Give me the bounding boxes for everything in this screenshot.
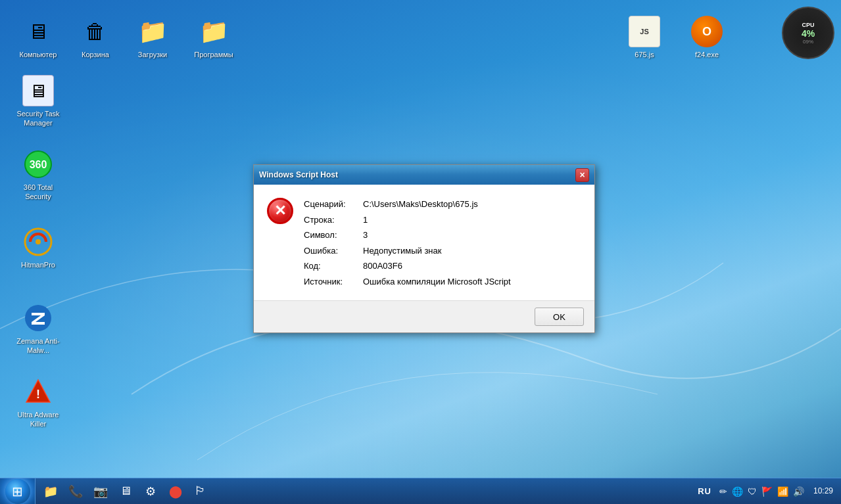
dialog-close-button[interactable]: × <box>575 168 589 182</box>
system-clock: 10:29 <box>808 486 838 497</box>
dialog-row-source: Источник: Ошибка компиляции Microsoft JS… <box>304 275 581 288</box>
taskbar-chrome-icon[interactable]: ⬤ <box>163 480 188 503</box>
desktop-icon-ultra-adware-killer[interactable]: ! Ultra Adware Killer <box>12 373 64 432</box>
desktop-icon-downloads[interactable]: 📁 Загрузки <box>126 13 179 62</box>
windows-script-host-dialog: Windows Script Host × ✕ Сценарий: C:\Use… <box>253 164 595 333</box>
symbol-value: 3 <box>363 229 368 242</box>
360-total-security-label: 360 Total Security <box>14 183 62 202</box>
taskbar: 📁 📞 📷 🖥 ⚙ ⬤ 🏳 RU ✏ 🌐 🛡 🚩 📶 🔊 10:29 <box>0 478 841 504</box>
language-indicator: RU <box>694 486 715 496</box>
ok-button[interactable]: OK <box>535 308 584 326</box>
dialog-row-code: Код: 800A03F6 <box>304 260 581 273</box>
tray-monitor-icon[interactable]: 📶 <box>776 485 790 498</box>
downloads-label: Загрузки <box>138 50 167 59</box>
scenario-value: C:\Users\Maks\Desktop\675.js <box>363 198 478 211</box>
source-value: Ошибка компиляции Microsoft JScript <box>363 275 511 288</box>
my-computer-icon: 🖥 <box>22 16 54 47</box>
taskbar-webcam-icon[interactable]: 📷 <box>88 480 113 503</box>
hitman-pro-icon <box>22 226 54 258</box>
downloads-icon: 📁 <box>137 16 168 47</box>
cpu-gauge-widget: CPU 4% 09% <box>782 7 834 59</box>
desktop-icon-360-total-security[interactable]: 360 360 Total Security <box>12 146 64 204</box>
tray-pencil-icon[interactable]: ✏ <box>718 485 729 498</box>
f24exe-label: f24.exe <box>695 50 719 59</box>
svg-point-3 <box>36 239 41 244</box>
recycle-bin-label: Корзина <box>82 50 109 59</box>
dialog-row-scenario: Сценарий: C:\Users\Maks\Desktop\675.js <box>304 198 581 211</box>
programs-label: Программы <box>194 50 233 59</box>
source-label: Источник: <box>304 275 363 288</box>
taskbar-folder-icon[interactable]: 📁 <box>38 480 63 503</box>
hitman-pro-label: HitmanPro <box>21 260 55 269</box>
desktop-icon-programs[interactable]: 📁 Программы <box>187 13 240 62</box>
line-label: Строка: <box>304 214 363 227</box>
code-value: 800A03F6 <box>363 260 402 273</box>
taskbar-right: RU ✏ 🌐 🛡 🚩 📶 🔊 10:29 <box>691 478 841 504</box>
clock-time: 10:29 <box>813 486 833 497</box>
desktop-icon-zemana[interactable]: Zemana Anti-Malw... <box>12 300 64 358</box>
error-value: Недопустимый знак <box>363 244 441 258</box>
ultra-adware-killer-label: Ultra Adware Killer <box>14 410 62 429</box>
desktop-icon-recycle-bin[interactable]: 🗑 Корзина <box>69 13 122 62</box>
tray-shield-icon[interactable]: 🛡 <box>746 485 758 498</box>
svg-text:!: ! <box>36 388 40 401</box>
start-button[interactable] <box>0 478 36 505</box>
taskbar-middle: 📁 📞 📷 🖥 ⚙ ⬤ 🏳 <box>36 478 691 504</box>
recycle-bin-icon: 🗑 <box>80 16 111 47</box>
dialog-row-symbol: Символ: 3 <box>304 229 581 242</box>
zemana-label: Zemana Anti-Malw... <box>14 336 62 355</box>
tray-speaker-icon[interactable]: 🔊 <box>792 485 805 498</box>
svg-text:360: 360 <box>30 159 47 170</box>
f24exe-icon: O <box>691 16 723 47</box>
desktop-icon-f24exe[interactable]: O f24.exe <box>681 13 733 62</box>
dialog-text-area: Сценарий: C:\Users\Maks\Desktop\675.js С… <box>304 198 581 290</box>
dialog-row-line: Строка: 1 <box>304 214 581 227</box>
ultra-adware-killer-icon: ! <box>22 376 54 407</box>
my-computer-label: Компьютер <box>20 50 57 59</box>
security-task-manager-label: Security Task Manager <box>14 109 62 128</box>
symbol-label: Символ: <box>304 229 363 242</box>
error-icon: ✕ <box>267 198 293 224</box>
desktop-icon-my-computer[interactable]: 🖥 Компьютер <box>12 13 64 62</box>
taskbar-flag-icon[interactable]: 🏳 <box>188 480 213 503</box>
desktop-icon-675js[interactable]: JS 675.js <box>618 13 671 62</box>
taskbar-monitor-icon[interactable]: 🖥 <box>113 480 138 503</box>
cpu-percentage: 4% <box>802 28 815 39</box>
desktop-icon-security-task-manager[interactable]: 🖥 Security Task Manager <box>12 72 64 131</box>
dialog-titlebar[interactable]: Windows Script Host × <box>254 165 594 185</box>
tray-icons: ✏ 🌐 🛡 🚩 📶 🔊 <box>718 485 805 498</box>
taskbar-phone-icon[interactable]: 📞 <box>63 480 88 503</box>
desktop: 🖥 Компьютер 🗑 Корзина 📁 Загрузки 📁 Прогр… <box>0 0 841 504</box>
line-value: 1 <box>363 214 368 227</box>
desktop-icon-hitman-pro[interactable]: HitmanPro <box>12 223 64 272</box>
code-label: Код: <box>304 260 363 273</box>
zemana-icon <box>22 302 54 334</box>
programs-icon: 📁 <box>198 16 229 47</box>
tray-flag-icon[interactable]: 🚩 <box>760 485 774 498</box>
675js-icon: JS <box>629 16 660 47</box>
taskbar-settings-icon[interactable]: ⚙ <box>138 480 163 503</box>
scenario-label: Сценарий: <box>304 198 363 211</box>
dialog-footer: OK <box>254 300 594 332</box>
dialog-title: Windows Script Host <box>259 170 338 179</box>
675js-label: 675.js <box>635 50 654 59</box>
360-total-security-icon: 360 <box>22 149 54 180</box>
error-label: Ошибка: <box>304 244 363 258</box>
security-task-manager-icon: 🖥 <box>22 75 54 106</box>
dialog-row-error: Ошибка: Недопустимый знак <box>304 244 581 258</box>
dialog-content: ✕ Сценарий: C:\Users\Maks\Desktop\675.js… <box>254 185 594 300</box>
start-orb[interactable] <box>5 479 30 504</box>
tray-globe-icon[interactable]: 🌐 <box>731 485 744 498</box>
